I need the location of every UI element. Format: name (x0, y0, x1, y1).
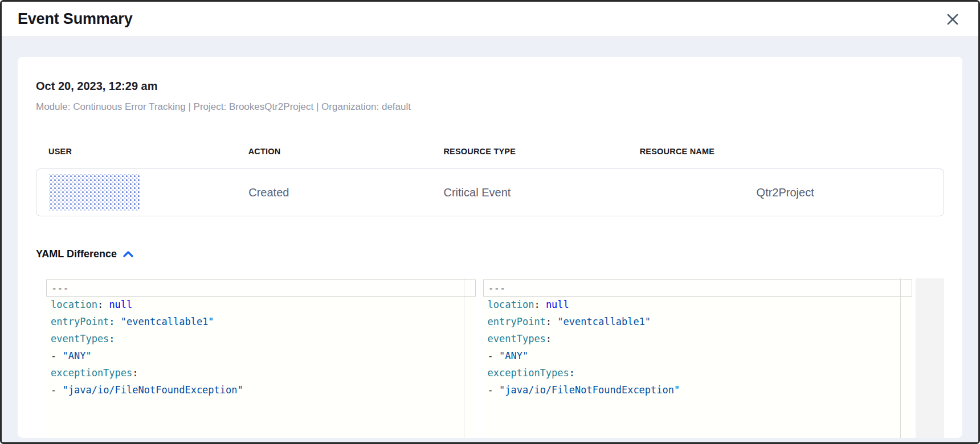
diff-overview-ruler[interactable] (916, 278, 944, 438)
column-header-user: USER (36, 147, 236, 156)
resource-type-cell: Critical Event (431, 186, 627, 199)
code-line: eventTypes: (483, 331, 913, 348)
yaml-difference-section-header[interactable]: YAML Difference (36, 248, 944, 260)
redacted-user-pattern (49, 174, 140, 211)
close-icon (946, 13, 959, 26)
event-summary-modal: Event Summary Oct 20, 2023, 12:29 am Mod… (0, 0, 980, 444)
code-line: - "ANY" (46, 348, 476, 365)
code-line: exceptionTypes: (46, 365, 476, 382)
code-line: --- (46, 279, 476, 297)
code-line: exceptionTypes: (483, 365, 913, 382)
modal-header: Event Summary (2, 2, 978, 37)
yaml-difference-label: YAML Difference (36, 248, 117, 260)
action-cell: Created (236, 186, 431, 199)
code-line: - "java/io/FileNotFoundException" (46, 382, 476, 399)
modal-body: Oct 20, 2023, 12:29 am Module: Continuou… (2, 37, 978, 442)
event-meta: Module: Continuous Error Tracking | Proj… (36, 101, 944, 113)
column-header-resource-type: RESOURCE TYPE (431, 147, 627, 156)
code-line: --- (483, 279, 913, 297)
code-line: eventTypes: (46, 331, 476, 348)
event-card: Oct 20, 2023, 12:29 am Module: Continuou… (18, 57, 962, 438)
user-cell (36, 174, 236, 211)
modified-pane-scrollbar[interactable] (900, 278, 901, 438)
event-table-header: USER ACTION RESOURCE TYPE RESOURCE NAME (36, 147, 944, 156)
resource-name-cell: Qtr2Project (627, 186, 944, 199)
modal-title: Event Summary (18, 10, 132, 28)
code-line: - "java/io/FileNotFoundException" (483, 382, 913, 399)
yaml-diff-original-pane[interactable]: ---location: nullentryPoint: "eventcalla… (46, 278, 476, 438)
column-header-resource-name: RESOURCE NAME (627, 147, 944, 156)
code-line: - "ANY" (483, 348, 913, 365)
close-button[interactable] (944, 11, 961, 28)
original-pane-scrollbar[interactable] (464, 278, 464, 438)
code-line: location: null (483, 297, 913, 314)
event-table-row: Created Critical Event Qtr2Project (36, 168, 944, 216)
yaml-diff-viewer: ---location: nullentryPoint: "eventcalla… (46, 278, 944, 438)
column-header-action: ACTION (236, 147, 431, 156)
code-line: entryPoint: "eventcallable1" (46, 314, 476, 331)
code-line: location: null (46, 297, 476, 314)
chevron-up-icon[interactable] (122, 250, 134, 258)
event-timestamp: Oct 20, 2023, 12:29 am (36, 80, 944, 93)
code-line: entryPoint: "eventcallable1" (483, 314, 913, 331)
yaml-diff-modified-pane[interactable]: ---location: nullentryPoint: "eventcalla… (483, 278, 913, 438)
